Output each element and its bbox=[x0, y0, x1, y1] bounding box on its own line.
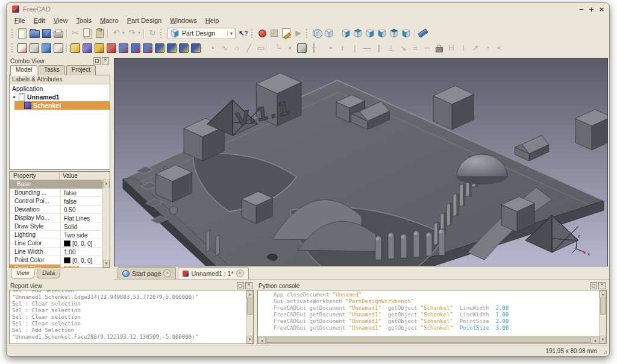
constraint-lock-icon[interactable] bbox=[434, 43, 445, 54]
python-h-scrollbar[interactable]: ◀ ▶ bbox=[258, 336, 600, 344]
pocket-icon[interactable] bbox=[106, 43, 117, 54]
sketcher-line-icon[interactable]: ╱ bbox=[243, 43, 254, 54]
toolbar-handle[interactable] bbox=[11, 29, 14, 38]
property-row-line-width[interactable]: Line Width1.00 bbox=[10, 248, 110, 256]
macro-stop-icon[interactable] bbox=[269, 28, 280, 39]
property-row-display-mo---[interactable]: Display Mo...Flat Lines bbox=[10, 214, 110, 222]
view-left-icon[interactable] bbox=[401, 28, 412, 39]
view-rear-icon[interactable] bbox=[377, 28, 387, 39]
redo-dropdown-icon[interactable]: ▾ bbox=[137, 28, 142, 39]
refresh-icon[interactable]: ↻ bbox=[147, 28, 158, 39]
python-v-scrollbar[interactable]: ▲ ▼ bbox=[599, 290, 606, 344]
workbench-selector[interactable]: Part Design▾ bbox=[167, 28, 236, 39]
property-row-bounding----[interactable]: Bounding ...false bbox=[10, 189, 110, 197]
menu-tools[interactable]: Tools bbox=[72, 17, 96, 24]
macro-record-icon[interactable] bbox=[257, 28, 268, 39]
polar-pattern-icon[interactable] bbox=[178, 43, 189, 54]
copy-icon[interactable] bbox=[82, 28, 93, 39]
undo-dropdown-icon[interactable]: ▾ bbox=[121, 28, 126, 39]
maximize-button[interactable]: + bbox=[589, 5, 594, 13]
mirrored-icon[interactable] bbox=[154, 43, 165, 54]
constraint-horizontal-icon[interactable]: — bbox=[362, 43, 372, 54]
print-icon[interactable] bbox=[53, 28, 64, 39]
tree-item-document[interactable]: ▼ Unnamed1 bbox=[10, 93, 110, 101]
report-close-button[interactable] bbox=[245, 282, 252, 289]
tab-project[interactable]: Project bbox=[66, 65, 96, 75]
constraint-vertical-icon[interactable]: | bbox=[349, 43, 360, 54]
paste-icon[interactable] bbox=[94, 28, 105, 39]
tab-data[interactable]: Data bbox=[36, 269, 61, 278]
view-axonometric-icon[interactable] bbox=[324, 28, 334, 39]
redo-icon[interactable]: ↷ bbox=[127, 28, 137, 39]
constraint-tangent-icon[interactable]: ↘ bbox=[398, 43, 409, 54]
pad-icon[interactable] bbox=[70, 43, 81, 54]
sketcher-point-icon[interactable]: • bbox=[207, 43, 218, 54]
constraint-symmetric-icon[interactable]: >< bbox=[422, 43, 433, 54]
menu-help[interactable]: Help bbox=[201, 17, 224, 24]
constraint-perpendicular-icon[interactable]: ⊥ bbox=[386, 43, 396, 54]
menu-part-design[interactable]: Part Design bbox=[123, 17, 166, 24]
report-scrollbar[interactable]: ▲ ▼ bbox=[246, 290, 253, 344]
scrollbar-thumb[interactable] bbox=[247, 298, 252, 315]
scrollbar-thumb[interactable] bbox=[600, 298, 606, 315]
sketch-leave-icon[interactable] bbox=[53, 43, 64, 54]
property-row-lighting[interactable]: LightingTwo side bbox=[10, 231, 110, 239]
revolution-icon[interactable] bbox=[82, 43, 93, 54]
combo-view-close-button[interactable] bbox=[102, 57, 109, 64]
tree-item-application[interactable]: Application bbox=[10, 84, 110, 93]
3d-model-canvas[interactable]: V.1.1 z x bbox=[114, 58, 607, 266]
menu-edit[interactable]: Edit bbox=[30, 17, 49, 24]
constraint-angle-icon[interactable]: ◔ bbox=[482, 43, 493, 54]
save-document-icon[interactable]: ↓ bbox=[41, 28, 52, 39]
sketcher-polyline-icon[interactable]: ∿ bbox=[219, 43, 230, 54]
tab-close-icon[interactable]: × bbox=[163, 269, 171, 277]
measure-distance-icon[interactable] bbox=[418, 28, 428, 39]
open-document-icon[interactable] bbox=[29, 28, 40, 39]
draft-icon[interactable] bbox=[142, 43, 153, 54]
menu-macro[interactable]: Macro bbox=[96, 17, 123, 24]
sketcher-rectangle-icon[interactable]: ▭ bbox=[255, 43, 266, 54]
minimize-button[interactable]: − bbox=[579, 5, 584, 13]
property-row-point-color[interactable]: Point Color[0, 0, 0] bbox=[10, 256, 110, 265]
sketcher-circle-icon[interactable]: ○ bbox=[231, 43, 242, 54]
property-row-point-size[interactable]: Point Size3.00▲▼ bbox=[10, 265, 110, 268]
report-view-log[interactable]: Sel : Add Selection"Unnamed1.Schenkel.Ed… bbox=[9, 290, 254, 344]
zoom-fit-all-icon[interactable] bbox=[312, 28, 322, 39]
tree-item-schenkel[interactable]: Schenkel bbox=[14, 101, 110, 110]
title-bar[interactable]: FreeCAD − + × bbox=[7, 3, 609, 15]
multi-transform-icon[interactable] bbox=[190, 43, 201, 54]
scroll-down-button[interactable]: ▼ bbox=[246, 336, 253, 344]
constraint-coincident-icon[interactable]: • bbox=[325, 43, 336, 54]
macro-edit-icon[interactable] bbox=[281, 28, 292, 39]
undo-icon[interactable]: ↶ bbox=[111, 28, 122, 39]
expander-icon[interactable]: ▼ bbox=[12, 95, 17, 99]
scroll-right-button[interactable]: ▶ bbox=[592, 337, 600, 344]
sketcher-construction-mode-icon[interactable]: ╂ bbox=[308, 43, 319, 54]
constraint-distance-x-icon[interactable]: H bbox=[446, 43, 457, 54]
new-document-icon[interactable] bbox=[17, 28, 28, 39]
property-row-control-poi---[interactable]: Control Poi...false bbox=[10, 197, 110, 206]
toolbar-handle[interactable] bbox=[306, 29, 309, 38]
property-row-draw-style[interactable]: Draw StyleSolid bbox=[10, 222, 110, 231]
constraint-distance-icon[interactable]: ↗ bbox=[470, 43, 481, 54]
close-button[interactable]: × bbox=[599, 5, 604, 13]
scroll-left-button[interactable]: ◀ bbox=[258, 337, 266, 344]
property-group-base[interactable]: Base bbox=[10, 180, 110, 189]
toolbar-handle[interactable] bbox=[160, 29, 163, 38]
sketcher-external-geometry-icon[interactable] bbox=[296, 43, 307, 54]
python-close-button[interactable] bbox=[598, 282, 606, 289]
tab-tasks[interactable]: Tasks bbox=[39, 65, 65, 75]
toolbar-handle[interactable] bbox=[251, 29, 254, 38]
sketcher-trim-icon[interactable]: × bbox=[284, 43, 295, 54]
sketch-create-icon[interactable] bbox=[17, 43, 28, 54]
python-console-log[interactable]: App closeDocument "Unnamed"Gui activateW… bbox=[257, 290, 607, 344]
scroll-up-button[interactable]: ▲ bbox=[103, 180, 110, 187]
menu-view[interactable]: View bbox=[49, 17, 72, 24]
constraint-point-on-object-icon[interactable]: r bbox=[337, 43, 348, 54]
sketch-view-section-icon[interactable] bbox=[41, 43, 52, 54]
scroll-down-button[interactable]: ▼ bbox=[103, 260, 110, 268]
scrollbar-thumb[interactable] bbox=[266, 337, 591, 343]
3d-viewport[interactable]: V.1.1 z x bbox=[114, 58, 608, 266]
groove-icon[interactable] bbox=[94, 43, 105, 54]
tab-model[interactable]: Model bbox=[10, 65, 37, 75]
